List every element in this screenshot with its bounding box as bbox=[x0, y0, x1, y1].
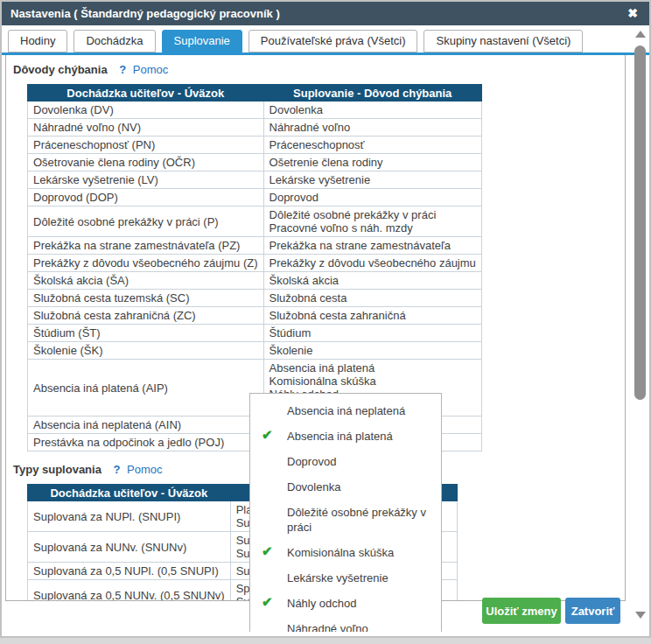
substitution-cell[interactable]: Náhradné voľno bbox=[263, 119, 481, 136]
dropdown-item[interactable]: Absencia iná neplatená bbox=[250, 398, 441, 424]
dropdown-item[interactable]: Doprovod bbox=[250, 449, 441, 474]
dropdown-item-label: Absencia iná platená bbox=[287, 430, 393, 443]
scrollbar-thumb[interactable] bbox=[634, 46, 646, 400]
substitution-cell[interactable]: Práceneschopnosť bbox=[263, 136, 481, 154]
dropdown-item-label: Dôležité osobné prekážky v práci bbox=[287, 506, 426, 534]
substitution-cell-line: Lekárske vyšetrenie bbox=[270, 173, 476, 186]
substitution-cell[interactable]: Doprovod bbox=[263, 189, 481, 206]
close-icon[interactable]: ✖ bbox=[624, 2, 641, 25]
attendance-cell: Absencia iná platená (AIP) bbox=[28, 360, 264, 416]
column-header-attendance: Dochádzka učiteľov - Úväzok bbox=[28, 85, 264, 102]
check-icon: ✔ bbox=[262, 594, 273, 609]
substitution-cell-line: Služobná cesta bbox=[270, 291, 476, 304]
dropdown-item[interactable]: ✔Absencia iná platená bbox=[250, 424, 441, 449]
attendance-cell: Prekážky z dôvodu všeobecného záujmu (Z) bbox=[28, 255, 264, 272]
attendance-cell: Suplovaná za NUNv. (SNUNv) bbox=[28, 532, 231, 563]
table-row: Doprovod (DOP)Doprovod bbox=[28, 189, 482, 206]
substitution-cell[interactable]: Ošetrenie člena rodiny bbox=[263, 154, 481, 172]
dropdown-item-label: Komisionálna skúška bbox=[287, 546, 394, 559]
attendance-cell: Absencia iná neplatená (AIN) bbox=[28, 416, 264, 434]
tab-hodiny[interactable]: Hodiny bbox=[8, 30, 67, 52]
dropdown-item-label: Dovolenka bbox=[287, 480, 340, 494]
substitution-cell[interactable]: Lekárske vyšetrenie bbox=[263, 172, 481, 189]
vertical-scrollbar[interactable] bbox=[634, 28, 647, 627]
attendance-cell: Suplovaná za 0,5 NUNv. (0,5 SNUNv) bbox=[28, 580, 231, 602]
attendance-cell: Školenie (ŠK) bbox=[28, 342, 264, 360]
table-row: Práceneschopnosť (PN)Práceneschopnosť bbox=[28, 136, 482, 154]
section-head-absence-reasons: Dôvody chýbania ? Pomoc bbox=[13, 63, 625, 76]
substitution-cell-line: Ošetrenie člena rodiny bbox=[270, 156, 476, 169]
dropdown-item[interactable]: Dôležité osobné prekážky v práci bbox=[250, 500, 441, 540]
check-icon: ✔ bbox=[262, 427, 273, 442]
attendance-cell: Náhradné voľno (NV) bbox=[28, 119, 264, 136]
attendance-cell: Lekárske vyšetrenie (LV) bbox=[28, 172, 264, 189]
substitution-cell-line: Dovolenka bbox=[270, 103, 476, 116]
substitution-cell[interactable]: Služobná cesta zahraničná bbox=[263, 307, 481, 325]
substitution-cell[interactable]: Dovolenka bbox=[263, 102, 481, 119]
attendance-cell: Štúdium (ŠT) bbox=[28, 325, 264, 342]
table-row: Dôležité osobné prekážky v práci (P)Dôle… bbox=[28, 206, 482, 237]
substitution-cell-line: Práceneschopnosť bbox=[270, 138, 476, 151]
dropdown-item[interactable]: Lekárske vyšetrenie bbox=[250, 565, 441, 591]
dialog-title: Nastavenia ( Štandardný pedagogický prac… bbox=[10, 7, 280, 20]
close-button[interactable]: Zatvoriť bbox=[565, 598, 620, 624]
substitution-cell-line: Služobná cesta zahraničná bbox=[270, 309, 476, 322]
tab-pouzivatelske-prava[interactable]: Používateľské práva (Všetci) bbox=[248, 30, 418, 52]
scroll-up-icon[interactable] bbox=[635, 31, 646, 38]
table-row: Prekážka na strane zamestnávateľa (PZ)Pr… bbox=[28, 237, 482, 255]
substitution-cell[interactable]: Štúdium bbox=[263, 325, 481, 342]
attendance-cell: Práceneschopnosť (PN) bbox=[28, 136, 264, 154]
tab-skupiny-nastaveni[interactable]: Skupiny nastavení (Všetci) bbox=[424, 30, 583, 52]
dropdown-item[interactable]: ✔Náhly odchod bbox=[250, 591, 441, 616]
substitution-cell-line: Prekážka na strane zamestnávateľa bbox=[270, 239, 476, 252]
attendance-cell: Suplovaná za NUPl. (SNUPI) bbox=[28, 501, 231, 532]
tab-suplovanie[interactable]: Suplovanie bbox=[162, 30, 242, 52]
substitution-cell-line: Školská akcia bbox=[270, 274, 476, 287]
table-row: Lekárske vyšetrenie (LV)Lekárske vyšetre… bbox=[28, 172, 482, 189]
attendance-cell: Služobná cesta zahraničná (ZC) bbox=[28, 307, 264, 325]
settings-dialog: Nastavenia ( Štandardný pedagogický prac… bbox=[0, 0, 651, 638]
substitution-cell[interactable]: Prekážka na strane zamestnávateľa bbox=[263, 237, 481, 255]
attendance-cell: Školská akcia (ŠA) bbox=[28, 272, 264, 290]
substitution-cell-line: Absencia iná platená bbox=[270, 361, 476, 374]
substitution-cell-line: Prekážky z dôvodu všeobecného záujmu bbox=[270, 256, 476, 270]
scroll-down-icon[interactable] bbox=[635, 612, 646, 619]
dropdown-item-label: Doprovod bbox=[287, 455, 336, 468]
section-title-substitution-types: Typy suplovania bbox=[13, 463, 102, 476]
help-link-substitution-types[interactable]: Pomoc bbox=[127, 463, 162, 476]
save-changes-button[interactable]: Uložiť zmeny bbox=[482, 598, 561, 624]
attendance-cell: Dôležité osobné prekážky v práci (P) bbox=[28, 206, 264, 237]
check-icon: ✔ bbox=[262, 543, 273, 558]
tab-dochadzka[interactable]: Dochádzka bbox=[74, 30, 155, 52]
table-row: Služobná cesta tuzemská (SC)Služobná ces… bbox=[28, 290, 482, 307]
attendance-cell: Doprovod (DOP) bbox=[28, 189, 264, 206]
table-row: Školská akcia (ŠA)Školská akcia bbox=[28, 272, 482, 290]
attendance-cell: Prekážka na strane zamestnávateľa (PZ) bbox=[28, 237, 264, 255]
substitution-cell[interactable]: Služobná cesta bbox=[263, 290, 481, 307]
table-row: Ošetrovanie člena rodiny (OČR)Ošetrenie … bbox=[28, 154, 482, 172]
dropdown-item[interactable]: ✔Komisionálna skúška bbox=[250, 540, 441, 565]
help-question-icon: ? bbox=[114, 463, 121, 476]
attendance-cell: Služobná cesta tuzemská (SC) bbox=[28, 290, 264, 307]
substitution-cell-line: Dôležité osobné prekážky v práci bbox=[270, 208, 476, 221]
substitution-cell-line: Doprovod bbox=[270, 191, 476, 204]
substitution-cell[interactable]: Školenie bbox=[263, 342, 481, 360]
attendance-cell: Suplovaná za 0,5 NUPl. (0,5 SNUPI) bbox=[28, 563, 231, 580]
dropdown-item[interactable]: Náhradné voľno bbox=[250, 616, 441, 632]
dialog-titlebar: Nastavenia ( Štandardný pedagogický prac… bbox=[2, 2, 649, 25]
table-row: Prekážky z dôvodu všeobecného záujmu (Z)… bbox=[28, 255, 482, 272]
table-row: Náhradné voľno (NV)Náhradné voľno bbox=[28, 119, 482, 136]
dropdown-item-label: Absencia iná neplatená bbox=[287, 404, 405, 417]
substitution-cell[interactable]: Dôležité osobné prekážky v práciPracovné… bbox=[263, 206, 481, 237]
substitution-cell[interactable]: Prekážky z dôvodu všeobecného záujmu bbox=[263, 255, 481, 272]
dropdown-item-label: Lekárske vyšetrenie bbox=[287, 571, 388, 584]
dropdown-item[interactable]: Dovolenka bbox=[250, 474, 441, 500]
help-link-absence-reasons[interactable]: Pomoc bbox=[133, 63, 168, 76]
column-header-substitution: Suplovanie - Dôvod chýbania bbox=[263, 85, 481, 102]
substitution-cell-line: Náhradné voľno bbox=[270, 121, 476, 134]
substitution-cell[interactable]: Školská akcia bbox=[263, 272, 481, 290]
substitution-cell-line: Pracovné voľno s náh. mzdy bbox=[270, 221, 476, 234]
dropdown-item-label: Náhly odchod bbox=[287, 597, 357, 610]
table-header-row: Dochádzka učiteľov - Úväzok Suplovanie -… bbox=[28, 85, 482, 102]
attendance-cell: Prestávka na odpočinok a jedlo (POJ) bbox=[28, 434, 264, 452]
